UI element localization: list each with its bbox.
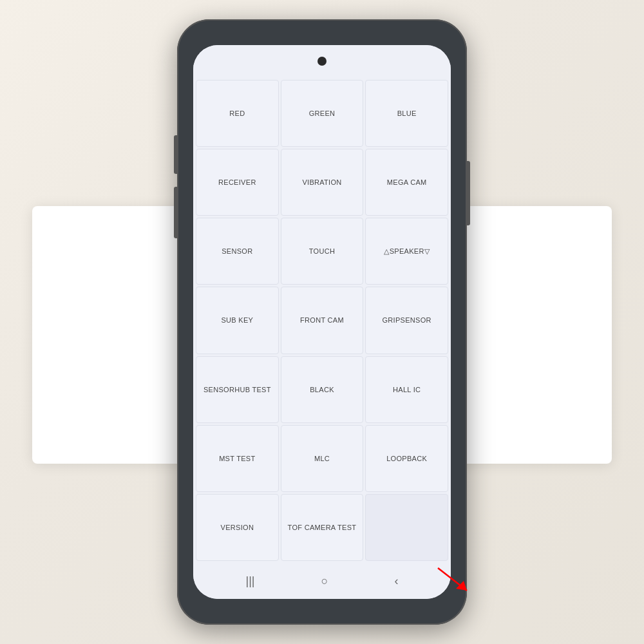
back-button[interactable]: ‹: [394, 574, 398, 588]
grid-cell-touch[interactable]: TOUCH: [281, 218, 364, 285]
grid-cell-loopback[interactable]: LOOPBACK: [365, 425, 448, 492]
grid-cell-green[interactable]: GREEN: [281, 80, 364, 147]
grid-cell-tof-camera-test[interactable]: TOF CAMERA TEST: [281, 494, 364, 561]
grid-cell-version[interactable]: VERSION: [196, 494, 279, 561]
test-grid: RED GREEN BLUE RECEIVER VIBRATION MEGA C…: [193, 77, 451, 564]
top-bar: [193, 45, 451, 77]
power-button: [467, 161, 470, 225]
volume-down-button: [174, 187, 177, 238]
grid-cell-black[interactable]: BLACK: [281, 356, 364, 423]
phone-screen: RED GREEN BLUE RECEIVER VIBRATION MEGA C…: [193, 45, 451, 599]
phone-device: RED GREEN BLUE RECEIVER VIBRATION MEGA C…: [177, 19, 467, 625]
grid-cell-empty: [365, 494, 448, 561]
grid-cell-gripsensor[interactable]: GRIPSENSOR: [365, 287, 448, 354]
grid-cell-hall-ic[interactable]: HALL IC: [365, 356, 448, 423]
grid-cell-speaker[interactable]: △SPEAKER▽: [365, 218, 448, 285]
grid-cell-sensorhub-test[interactable]: SENSORHUB TEST: [196, 356, 279, 423]
grid-cell-receiver[interactable]: RECEIVER: [196, 149, 279, 216]
grid-cell-sensor[interactable]: SENSOR: [196, 218, 279, 285]
grid-cell-mlc[interactable]: MLC: [281, 425, 364, 492]
grid-cell-vibration[interactable]: VIBRATION: [281, 149, 364, 216]
volume-up-button: [174, 135, 177, 174]
grid-cell-sub-key[interactable]: SUB KEY: [196, 287, 279, 354]
grid-cell-front-cam[interactable]: FRONT CAM: [281, 287, 364, 354]
home-button[interactable]: ○: [321, 574, 328, 588]
grid-cell-mega-cam[interactable]: MEGA CAM: [365, 149, 448, 216]
scene: RED GREEN BLUE RECEIVER VIBRATION MEGA C…: [0, 0, 644, 644]
nav-bar: ||| ○ ‹: [193, 564, 451, 599]
grid-cell-mst-test[interactable]: MST TEST: [196, 425, 279, 492]
grid-cell-red[interactable]: RED: [196, 80, 279, 147]
front-camera: [317, 57, 327, 66]
recent-apps-button[interactable]: |||: [246, 574, 255, 588]
grid-cell-blue[interactable]: BLUE: [365, 80, 448, 147]
